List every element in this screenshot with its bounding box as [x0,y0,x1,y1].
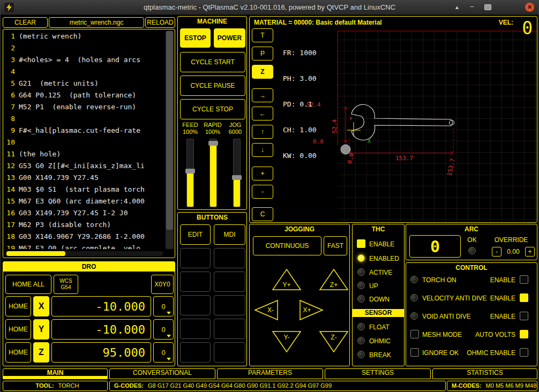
ignore-ok-checkbox[interactable] [410,348,419,357]
keep-above-button[interactable]: ▲ [453,4,461,11]
jog-slider[interactable] [233,139,241,207]
tab-statistics[interactable]: STATISTICS [432,368,537,379]
gcodes-label: G-CODES: [114,382,144,389]
stat-feed-rate: FR: 1000 [283,49,317,57]
stat-pierce-delay: PD: 0.1 [283,100,317,109]
reload-button[interactable]: RELOAD [145,17,175,28]
jog-x-plus-button[interactable]: X+ [298,298,325,322]
rapid-slider-handle[interactable] [208,141,218,146]
zero-xy-button[interactable]: X0Y0 [151,275,174,294]
user-button-empty [180,295,211,315]
axis-y-chip[interactable]: Y [33,319,49,340]
gcode-hscroll-handle[interactable] [6,251,65,256]
pan-up-button[interactable]: ↑ [252,125,273,139]
tab-parameters[interactable]: PARAMETERS [217,368,323,379]
jog-z-plus-button[interactable]: Z+ [318,267,349,292]
edit-button[interactable]: EDIT [180,224,211,245]
cycle-start-button[interactable]: CYCLE START [180,52,245,72]
wcs-label: WCS [59,278,72,284]
thc-active-led [357,268,365,276]
gcode-line: 2 [5,42,163,54]
jog-continuous-button[interactable]: CONTINUOUS [253,236,321,255]
thc-up-led [357,282,365,289]
override-plus-button[interactable]: + [525,247,535,257]
cut-stats: FR: 1000 PH: 3.00 PD: 0.1 CH: 1.00 KW: 0… [283,32,317,177]
dro-z-offset-select[interactable]: 0 [153,342,174,363]
maximize-button[interactable] [484,4,491,10]
power-button[interactable]: POWER [214,28,245,48]
buttons-title: BUTTONS [178,214,246,221]
gcode-vscroll-handle[interactable] [166,31,173,230]
dim-width-label: 153.7 [395,155,413,162]
clear-button[interactable]: CLEAR [3,17,48,28]
tab-main[interactable]: MAIN [3,368,108,379]
user-button-empty [214,342,245,363]
gcode-line: 15M67 E3 Q60 (arc diameter:4.000 [5,195,163,207]
wcs-button[interactable]: WCS G54 [54,275,78,294]
feed-slider[interactable] [186,139,194,207]
velocity-anti-dive-enable-checkbox[interactable] [520,293,528,302]
gcode-viewer[interactable]: 1(metric wrench) 2 3#<holes> = 4 (holes … [3,29,175,258]
override-minus-button[interactable]: - [492,247,501,257]
thc-title: THC [353,225,404,233]
gcode-line: 9F#<_hal[plasmac.cut-feed-rate [5,125,163,137]
sensor-float-led [357,323,365,330]
mdi-button[interactable]: MDI [214,224,245,245]
gcode-hscrollbar[interactable] [5,251,163,256]
pan-left-button[interactable]: ← [252,107,273,120]
feed-slider-handle[interactable] [185,169,195,174]
user-button-empty [214,295,245,315]
gcode-line: 1(metric wrench) [5,31,163,42]
chevron-down-icon [167,358,171,360]
thc-enable-label: ENABLE [369,240,394,248]
tab-settings[interactable]: SETTINGS [325,368,431,379]
view-p-button[interactable]: P [252,47,273,61]
jogging-title: JOGGING [250,225,349,233]
axis-z-chip[interactable]: Z [33,342,49,363]
close-button[interactable]: ✕ [525,3,534,12]
jog-x-minus-button[interactable]: X- [253,298,280,322]
dro-x-offset-select[interactable]: 0 [153,296,174,316]
pan-down-button[interactable]: ↓ [252,143,273,157]
jog-y-plus-button[interactable]: Y+ [271,267,302,292]
minimize-button[interactable]: − [468,3,476,11]
jog-fast-button[interactable]: FAST [324,236,347,255]
auto-volts-checkbox[interactable] [520,330,528,338]
zoom-out-button[interactable]: - [252,185,273,199]
tab-conversational[interactable]: CONVERSATIONAL [109,368,215,379]
jogging-panel: JOGGING CONTINUOUS FAST Y+ Z+ X- X+ Y- Z… [249,224,350,366]
gcode-lines: 1(metric wrench) 2 3#<holes> = 4 (holes … [5,31,163,249]
void-anti-dive-enable-checkbox[interactable] [520,312,528,320]
preview-canvas[interactable]: X Y 52.4 52.4 0.0 0.0 153.7 153.7 FR: 10… [276,28,537,222]
clear-plot-button[interactable]: C [252,207,273,221]
machine-panel: MACHINE ESTOP POWER CYCLE START CYCLE PA… [177,16,247,210]
gcode-vscrollbar[interactable] [166,31,174,249]
rapid-slider[interactable] [209,139,217,207]
jog-slider-handle[interactable] [232,175,242,180]
view-t-button[interactable]: T [252,28,273,42]
torch-enable-checkbox[interactable] [520,275,528,284]
jog-slider-fill [234,178,240,207]
jog-y-minus-button[interactable]: Y- [271,329,302,354]
pan-right-button[interactable]: → [252,88,273,102]
cycle-stop-button[interactable]: CYCLE STOP [180,99,245,119]
view-z-button[interactable]: Z [252,65,273,79]
home-z-button[interactable]: HOME [5,342,31,363]
home-x-button[interactable]: HOME [5,296,31,316]
mesh-mode-checkbox[interactable] [410,330,419,338]
home-all-button[interactable]: HOME ALL [5,275,51,294]
svg-text:Z-: Z- [331,334,336,341]
thc-enable-checkbox[interactable] [357,239,365,248]
ohmic-enable-label: OHMIC ENABLE [460,349,515,357]
home-y-button[interactable]: HOME [5,319,31,340]
jog-z-minus-button[interactable]: Z- [318,329,349,354]
axis-x-chip[interactable]: X [33,296,49,316]
gcode-line: 11(the hole) [5,148,163,160]
ohmic-enable-checkbox[interactable] [520,348,528,357]
jog-name: JOG [224,122,246,129]
estop-button[interactable]: ESTOP [180,28,211,48]
zoom-in-button[interactable]: + [252,167,273,180]
arc-ok-led [468,247,476,254]
dro-y-offset-select[interactable]: 0 [153,319,174,340]
cycle-pause-button[interactable]: CYCLE PAUSE [180,76,245,96]
